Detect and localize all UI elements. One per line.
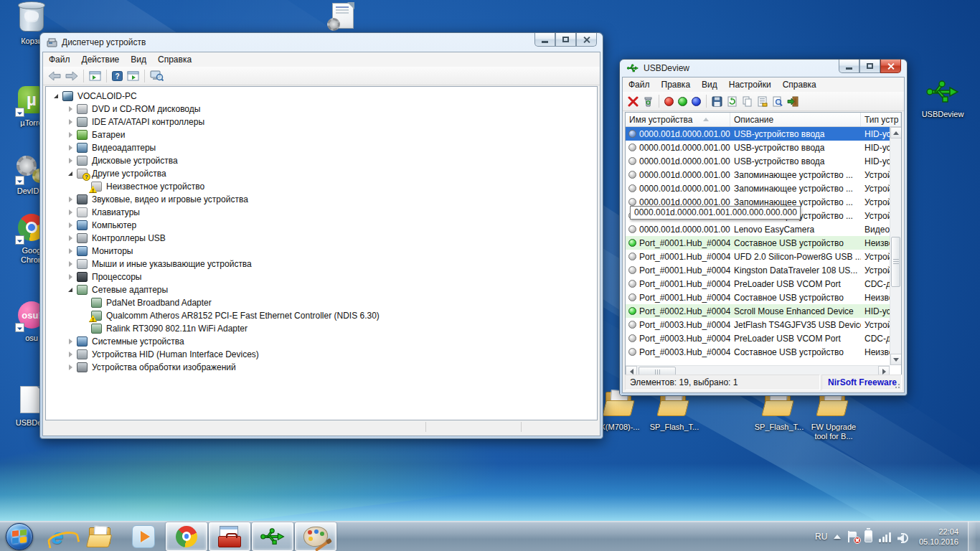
refresh-button[interactable] [725,95,740,108]
maximize-button[interactable] [555,33,576,47]
scroll-down-button[interactable] [890,354,902,365]
usb-device-row[interactable]: Port_#0003.Hub_#0004PreLoader USB VCOM P… [626,331,890,345]
battery-icon[interactable] [864,530,872,542]
show-desktop-button[interactable] [968,522,976,551]
console-pane-button[interactable] [87,70,103,83]
scroll-up-button[interactable] [890,127,902,138]
tree-item[interactable]: Компьютер [46,219,597,232]
help-button[interactable]: ? [110,70,125,83]
expanded-triangle-icon[interactable] [66,288,75,292]
usb-device-row[interactable]: Port_#0001.Hub_#0004Составное USB устрой… [626,236,890,250]
usb-device-row[interactable]: Port_#0002.Hub_#0004Scroll Mouse Enhance… [626,304,890,318]
menu-item[interactable]: Файл [43,53,76,66]
tree-item[interactable]: IDE ATA/ATAPI контроллеры [46,116,597,128]
volume-icon[interactable] [897,531,910,542]
collapsed-triangle-icon[interactable] [66,248,75,254]
collapsed-triangle-icon[interactable] [66,352,75,357]
usb-device-row[interactable]: Port_#0001.Hub_#0004Kingston DataTravele… [626,263,890,277]
usb-device-row[interactable]: Port_#0001.Hub_#0004PreLoader USB VCOM P… [626,277,890,291]
usb-device-row[interactable]: 0000.001d.0000.001.00...USB-устройство в… [626,154,890,168]
usb-device-row[interactable]: Port_#0003.Hub_#0004Составное USB устрой… [626,345,890,359]
menu-item[interactable]: Вид [125,53,152,66]
back-button[interactable] [46,70,63,83]
column-header-device-name[interactable]: Имя устройства [626,113,730,126]
collapsed-triangle-icon[interactable] [66,132,75,138]
menu-item[interactable]: Настройки [723,78,777,91]
usb-device-row[interactable]: Port_#0003.Hub_#0004JetFlash TS4GJFV35 U… [626,318,890,331]
expanded-triangle-icon[interactable] [52,94,60,98]
taskbar-internet-explorer-button[interactable]: e [37,522,78,551]
desktop-icon-gear-document[interactable] [316,3,370,35]
desktop-icon-fw-upgrade[interactable]: FW Upgrade tool for B... [806,390,861,441]
menu-item[interactable]: Правка [656,78,697,91]
language-indicator[interactable]: RU [815,532,827,542]
desktop-icon-sp-flash-tool-2[interactable]: SP_Flash_T... [752,390,806,432]
column-header-description[interactable]: Описание [730,113,861,126]
tree-item[interactable]: Мыши и иные указывающие устройства [46,258,597,270]
menu-item[interactable]: Действие [76,53,126,66]
green-ball-button[interactable] [676,95,689,108]
tree-item[interactable]: PdaNet Broadband Adapter [46,296,597,309]
collapsed-triangle-icon[interactable] [66,222,75,228]
tree-item[interactable]: Мониторы [46,245,597,258]
tree-item[interactable]: ?Другие устройства [46,167,597,180]
start-button[interactable] [6,523,33,550]
device-manager-titlebar[interactable]: Диспетчер устройств [40,33,603,52]
collapsed-triangle-icon[interactable] [66,235,75,241]
scan-hardware-changes-button[interactable] [148,69,166,83]
expanded-triangle-icon[interactable] [66,171,75,176]
close-button[interactable] [880,60,901,73]
find-button[interactable] [770,95,785,108]
menu-item[interactable]: Справка [152,53,197,66]
usb-device-row[interactable]: 0000.001d.0000.001.00...Lenovo EasyCamer… [626,222,890,236]
minimize-button[interactable] [534,33,555,47]
desktop-icon-usbdeview-app[interactable]: USBDeview [915,77,970,119]
collapsed-triangle-icon[interactable] [66,158,75,164]
copy-button[interactable] [740,95,755,108]
desktop-icon-sp-flash-tool[interactable]: SP_Flash_T... [647,390,702,432]
vertical-scrollbar[interactable] [890,127,901,365]
remove-device-button[interactable] [641,95,656,108]
tree-item[interactable]: Ralink RT3090 802.11n WiFi Adapter [46,322,597,335]
taskbar-usbdeview-button[interactable] [252,522,293,551]
collapsed-triangle-icon[interactable] [66,209,75,215]
tree-item[interactable]: Батареи [46,128,597,141]
tree-item[interactable]: DVD и CD-ROM дисководы [46,103,597,116]
collapsed-triangle-icon[interactable] [66,197,75,202]
taskbar-explorer-button[interactable] [80,522,121,551]
action-pane-button[interactable] [125,70,141,83]
tree-item[interactable]: Видеоадаптеры [46,141,597,154]
tree-item[interactable]: Сетевые адаптеры [46,283,597,296]
menu-item[interactable]: Справка [777,78,822,91]
collapsed-triangle-icon[interactable] [66,261,75,267]
scrollbar-thumb[interactable] [891,237,900,287]
nirsoft-freeware-link[interactable]: NirSoft Freeware [821,375,902,390]
close-button[interactable] [576,33,597,47]
menu-item[interactable]: Файл [623,78,656,91]
usb-device-row[interactable]: Port_#0001.Hub_#0004Составное USB устрой… [626,291,890,304]
collapsed-triangle-icon[interactable] [66,339,75,344]
tree-item[interactable]: Устройства обработки изображений [46,361,597,374]
taskbar-chrome-button[interactable] [166,522,207,551]
tree-item[interactable]: Процессоры [46,270,597,283]
tree-item[interactable]: !Неизвестное устройство [46,180,597,193]
save-button[interactable] [710,95,725,108]
minimize-button[interactable] [839,60,859,73]
tree-item[interactable]: VOCALOID-PC [46,90,597,103]
collapsed-triangle-icon[interactable] [66,106,75,112]
action-center-flag-icon[interactable] [847,531,858,542]
forward-button[interactable] [63,70,80,83]
maximize-button[interactable] [859,60,880,73]
tree-item[interactable]: Дисковые устройства [46,154,597,167]
properties-button[interactable] [755,95,770,108]
show-hidden-icons-button[interactable] [834,534,841,539]
resize-grip[interactable] [893,382,900,389]
collapsed-triangle-icon[interactable] [66,274,75,280]
red-ball-button[interactable] [662,95,676,108]
tree-item[interactable]: Контроллеры USB [46,232,597,245]
menu-item[interactable]: Вид [696,78,723,91]
tree-item[interactable]: !Qualcomm Atheros AR8152 PCI-E Fast Ethe… [46,309,597,322]
usb-device-row[interactable]: 0000.001d.0000.001.00...Запоминающее уст… [626,168,890,182]
blue-ball-button[interactable] [689,95,703,108]
usb-device-row[interactable]: Port_#0001.Hub_#0004UFD 2.0 Silicon-Powe… [626,250,890,263]
